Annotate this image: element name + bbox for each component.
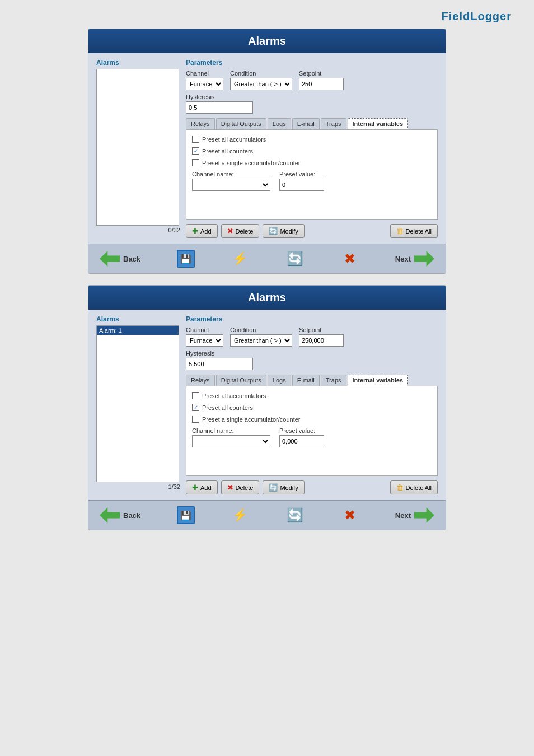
panel2-condition-label: Condition (230, 326, 292, 333)
nav1-save-icon[interactable]: 💾 (177, 250, 195, 268)
panel2-tab-internal-variables[interactable]: Internal variables (348, 375, 409, 386)
nav1-lightning-icon[interactable]: ⚡ (231, 250, 249, 268)
nav1-cancel-icon[interactable]: ✖ (341, 250, 359, 268)
panel1-preset-value-group: Preset value: (279, 171, 324, 191)
nav2-bar: Back 💾 ⚡ 🔄 ✖ Next (88, 500, 446, 530)
panel1-delete-icon: ✖ (227, 227, 233, 235)
panel1-preset-value-input[interactable] (279, 179, 324, 191)
panel2-channel-select[interactable]: Furnace (186, 334, 223, 347)
panel2-alarms-count: 1/32 (96, 483, 180, 490)
panel1-condition-group: Condition Greater than ( > ) (230, 70, 292, 90)
nav1-bar: Back 💾 ⚡ 🔄 ✖ Next (88, 244, 446, 273)
panel1-setpoint-input[interactable]: 250 (299, 78, 344, 90)
panel1-bottom-buttons: ✚ Add ✖ Delete 🔄 Modify 🗑 (186, 224, 438, 238)
panel1-params-row1: Channel Furnace Condition Greater than (… (186, 70, 438, 90)
panel2-channel-group: Channel Furnace (186, 326, 223, 347)
panel1-delete-all-label: Delete All (406, 228, 432, 235)
panel1-setpoint-group: Setpoint 250 (299, 70, 344, 90)
panel1-setpoint-label: Setpoint (299, 70, 344, 77)
panel2-setpoint-label: Setpoint (299, 326, 344, 333)
nav2-lightning-icon[interactable]: ⚡ (231, 506, 249, 524)
panel2-add-icon: ✚ (192, 483, 198, 492)
nav1-back-btn[interactable]: Back (100, 251, 140, 267)
nav2-back-label: Back (123, 511, 140, 520)
panel1-body: Alarms 0/32 Parameters Channel Furnace (88, 53, 446, 244)
panel1-channel-group: Channel Furnace (186, 70, 223, 90)
panel1-channel-select[interactable]: Furnace (186, 78, 223, 90)
nav2-cancel-icon[interactable]: ✖ (341, 506, 359, 524)
panel1-tab-digital-outputs[interactable]: Digital Outputs (216, 118, 266, 129)
panel2-condition-select[interactable]: Greater than ( > ) (230, 334, 292, 347)
panel2-alarm-item-1[interactable]: Alarm: 1 (97, 326, 179, 335)
panel1-checkbox-counters[interactable]: ✓ (192, 147, 199, 155)
panel1-title: Alarms (88, 29, 446, 53)
panel1-delete-all-icon: 🗑 (396, 227, 404, 235)
panel2-checkbox-accumulators[interactable] (192, 392, 199, 399)
nav2-back-btn[interactable]: Back (100, 507, 140, 523)
panel1-tab-internal-variables[interactable]: Internal variables (348, 118, 409, 129)
panel1-channel-label: Channel (186, 70, 223, 77)
panel1-add-label: Add (200, 228, 212, 235)
panel2-alarms-list[interactable]: Alarm: 1 (96, 325, 179, 482)
panel1-preset-value-label: Preset value: (279, 171, 324, 178)
panel2-channel-name-select[interactable] (192, 435, 270, 447)
panel1-params-section: Parameters Channel Furnace Condition Gre… (186, 59, 438, 238)
panel2-container: Alarms Alarms Alarm: 1 1/32 Parameters (88, 285, 446, 530)
panel1-params-label: Parameters (186, 59, 438, 67)
brand-field: Field (442, 10, 471, 22)
panel2-setpoint-input[interactable] (299, 334, 344, 347)
panel1-container: Alarms Alarms 0/32 Parameters Channel (88, 29, 446, 274)
panel1-condition-select[interactable]: Greater than ( > ) (230, 78, 292, 90)
panel1-channel-name-group: Channel name: (192, 171, 270, 191)
panel2-delete-all-button[interactable]: 🗑 Delete All (390, 480, 438, 494)
panel1-hysteresis-input[interactable]: 0,5 (186, 101, 253, 114)
panel2-tab-content: Preset all accumulators ✓ Preset all cou… (186, 386, 438, 476)
panel2-hysteresis-label: Hysteresis (186, 350, 253, 357)
panel2-hysteresis-group: Hysteresis (186, 350, 253, 370)
panel2-params-row1: Channel Furnace Condition Greater than (… (186, 326, 438, 347)
panel1-tab-traps[interactable]: Traps (321, 118, 346, 129)
panel2-delete-icon: ✖ (227, 483, 233, 492)
panel1-alarms-list[interactable] (96, 69, 179, 226)
panel1-tab-relays[interactable]: Relays (186, 118, 215, 129)
panel1-delete-button[interactable]: ✖ Delete (221, 224, 260, 238)
nav2-save-icon[interactable]: 💾 (177, 506, 195, 524)
panel1-channel-name-select[interactable] (192, 179, 270, 191)
nav2-next-btn[interactable]: Next (395, 507, 434, 523)
panel1-modify-button[interactable]: 🔄 Modify (263, 224, 304, 238)
panel2-hysteresis-input[interactable] (186, 358, 253, 370)
panel1-condition-label: Condition (230, 70, 292, 77)
panel2-tab-relays[interactable]: Relays (186, 375, 215, 386)
panel1-checkbox-single-row: Preset a single accumulator/counter (192, 159, 432, 166)
panel2-delete-button[interactable]: ✖ Delete (221, 480, 260, 494)
nav2-next-label: Next (395, 511, 411, 520)
panel2-checkbox-counters-row: ✓ Preset all counters (192, 404, 432, 411)
page-wrapper: FieldLogger Alarms Alarms 0/32 Parameter… (0, 0, 534, 756)
panel2-tab-email[interactable]: E-mail (292, 375, 320, 386)
panel1-alarms-section: Alarms 0/32 (96, 59, 180, 238)
panel2-preset-value-input[interactable] (279, 435, 324, 447)
panel1-hysteresis-group: Hysteresis 0,5 (186, 94, 253, 114)
nav1-refresh-icon[interactable]: 🔄 (285, 249, 305, 269)
panel2-preset-value-group: Preset value: (279, 427, 324, 447)
panel2-modify-button[interactable]: 🔄 Modify (263, 480, 304, 494)
panel2-tab-digital-outputs[interactable]: Digital Outputs (216, 375, 266, 386)
panel1-tab-email[interactable]: E-mail (292, 118, 320, 129)
panel1-delete-all-button[interactable]: 🗑 Delete All (390, 224, 438, 238)
panel2-params-section: Parameters Channel Furnace Condition Gre… (186, 315, 438, 494)
panel1-channel-name-label: Channel name: (192, 171, 270, 178)
panel1-preset-accumulators-label: Preset all accumulators (202, 136, 266, 143)
panel2-tab-logs[interactable]: Logs (268, 375, 291, 386)
panel2-checkbox-counters[interactable]: ✓ (192, 404, 199, 411)
panel2-tab-traps[interactable]: Traps (321, 375, 346, 386)
panel1-tab-logs[interactable]: Logs (268, 118, 291, 129)
panel2-add-button[interactable]: ✚ Add (186, 480, 218, 494)
panel1-checkbox-accumulators[interactable] (192, 136, 199, 143)
panel1-add-button[interactable]: ✚ Add (186, 224, 218, 238)
panel2-preset-value-label: Preset value: (279, 427, 324, 434)
nav2-refresh-icon[interactable]: 🔄 (285, 505, 305, 525)
nav1-next-label: Next (395, 255, 411, 263)
panel1-checkbox-single[interactable] (192, 159, 199, 166)
panel2-checkbox-single[interactable] (192, 416, 199, 423)
nav1-next-btn[interactable]: Next (395, 251, 434, 267)
